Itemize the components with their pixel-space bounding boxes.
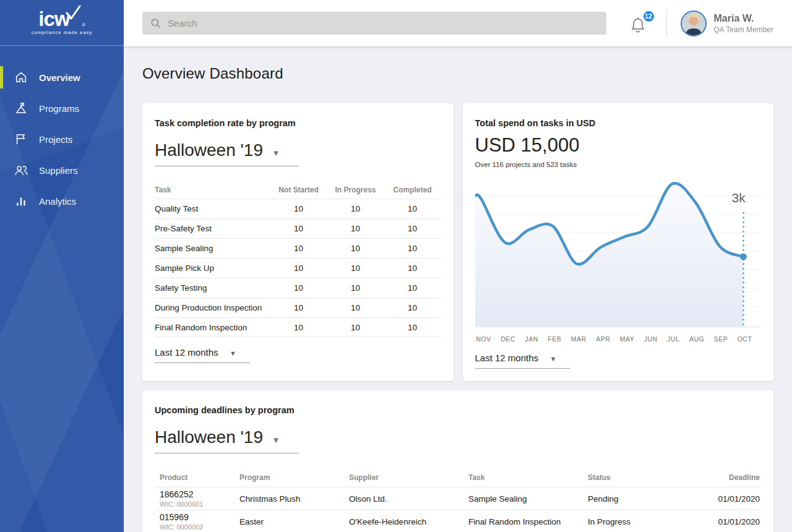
logo-tagline: compliance made easy xyxy=(32,30,93,35)
program-cell: Easter xyxy=(239,517,349,526)
task-count: 10 xyxy=(384,244,441,253)
status-cell: In Progress xyxy=(588,517,705,526)
checkmark-icon xyxy=(65,5,81,24)
topbar-divider xyxy=(666,10,667,37)
month-tick-label: AUG xyxy=(689,335,704,343)
task-count: 10 xyxy=(270,204,327,213)
spend-line-chart xyxy=(475,177,761,327)
column-header: Not Started xyxy=(270,186,327,194)
month-tick-label: JUL xyxy=(667,335,679,343)
search-icon xyxy=(150,17,161,29)
task-name: Safety Testing xyxy=(155,283,270,293)
task-completion-card: Task completion rate by program Hallowee… xyxy=(142,103,454,381)
task-row: Quality Test101010 xyxy=(155,199,441,218)
sidebar-item-projects[interactable]: Projects xyxy=(0,124,124,155)
task-count: 10 xyxy=(327,244,384,253)
user-name: Maria W. xyxy=(714,13,773,24)
sidebar-item-label: Overview xyxy=(39,72,80,83)
chart-annotation: 3k xyxy=(732,191,746,205)
period-select-value: Last 12 months xyxy=(155,347,218,358)
product-wic: WIC: 0000002 xyxy=(160,523,235,531)
chevron-down-icon: ▼ xyxy=(230,350,236,357)
program-select[interactable]: Halloween '19 ▼ xyxy=(155,427,299,453)
period-select-value: Last 12 months xyxy=(475,353,539,363)
product-cell: 1866252WIC: 0000001 xyxy=(155,490,239,508)
product-cell: 015969WIC: 0000002 xyxy=(155,513,239,531)
task-name: During Production Inspection xyxy=(155,303,270,312)
page-title: Overview Dashboard xyxy=(142,65,773,82)
notification-badge: 12 xyxy=(642,10,655,23)
chevron-down-icon: ▼ xyxy=(550,355,557,363)
month-tick-label: NOV xyxy=(476,335,491,343)
spend-chart: 3k NOVDECJANFEBMARAPRMAYJUNJULAUGSEPOCT xyxy=(475,177,761,343)
sidebar: icw ® compliance made easy Overview Prog… xyxy=(0,0,124,532)
task-count: 10 xyxy=(327,323,384,332)
deadlines-table-header: ProductProgramSupplierTaskStatusDeadline xyxy=(155,468,761,487)
task-row: Sample Pick Up101010 xyxy=(155,258,441,278)
deadlines-table: ProductProgramSupplierTaskStatusDeadline… xyxy=(155,468,761,532)
column-header: In Progress xyxy=(327,186,384,194)
task-count: 10 xyxy=(384,264,441,273)
main-content: Overview Dashboard Task completion rate … xyxy=(124,46,792,532)
sidebar-item-label: Suppliers xyxy=(39,165,78,176)
task-count: 10 xyxy=(270,244,327,253)
column-header: Product xyxy=(155,473,239,482)
task-count: 10 xyxy=(384,283,441,293)
task-row: Sample Sealing101010 xyxy=(155,238,441,258)
program-select[interactable]: Halloween '19 ▼ xyxy=(155,140,299,166)
sidebar-item-overview[interactable]: Overview xyxy=(0,62,124,93)
task-row: Final Random Inspection101010 xyxy=(155,317,441,337)
supplier-cell: O'Keefe-Heidenreich xyxy=(349,517,468,526)
bar-chart-icon xyxy=(14,194,28,208)
task-count: 10 xyxy=(327,224,384,233)
task-table-header: TaskNot StartedIn ProgressCompleted xyxy=(155,181,441,199)
deadlines-card: Upcoming deadlines by program Halloween … xyxy=(142,390,773,532)
task-row: Pre-Safety Test101010 xyxy=(155,218,441,238)
month-tick-label: JAN xyxy=(525,335,538,343)
task-row: During Production Inspection101010 xyxy=(155,298,441,317)
column-header: Task xyxy=(468,473,588,482)
deadline-row: 1866252WIC: 0000001Christmas PlushOlson … xyxy=(155,487,761,510)
task-name: Sample Pick Up xyxy=(155,264,270,273)
month-tick-label: APR xyxy=(596,335,610,343)
month-tick-label: SEP xyxy=(714,335,728,343)
month-tick-label: FEB xyxy=(548,335,561,343)
deadline-cell: 01/01/2020 xyxy=(705,494,761,504)
column-header: Task xyxy=(155,186,270,194)
people-icon xyxy=(14,163,28,178)
deadline-cell: 01/01/2020 xyxy=(705,517,761,526)
user-menu[interactable]: Maria W. QA Team Member xyxy=(681,11,773,36)
column-header: Deadline xyxy=(705,473,761,482)
task-count: 10 xyxy=(270,283,327,293)
sidebar-item-suppliers[interactable]: Suppliers xyxy=(0,155,124,186)
logo-block[interactable]: icw ® compliance made easy xyxy=(0,0,124,46)
flag-icon xyxy=(14,132,28,147)
period-select[interactable]: Last 12 months ▼ xyxy=(155,347,250,363)
total-spend-amount: USD 15,000 xyxy=(475,134,762,157)
status-cell: Pending xyxy=(588,494,705,504)
task-count: 10 xyxy=(384,323,441,332)
task-count: 10 xyxy=(327,283,384,293)
column-header: Status xyxy=(588,473,705,482)
notifications-button[interactable]: 12 xyxy=(629,12,650,35)
registered-mark: ® xyxy=(82,23,85,27)
task-count: 10 xyxy=(384,303,441,312)
period-select[interactable]: Last 12 months ▼ xyxy=(475,353,570,369)
month-tick-label: MAY xyxy=(620,335,634,343)
sidebar-item-programs[interactable]: Programs xyxy=(0,93,124,124)
task-count: 10 xyxy=(270,264,327,273)
user-role: QA Team Member xyxy=(714,25,773,34)
sidebar-item-analytics[interactable]: Analytics xyxy=(0,186,124,217)
task-cell: Final Random Inspection xyxy=(468,517,588,526)
month-tick-label: OCT xyxy=(738,335,752,343)
sidebar-item-label: Analytics xyxy=(39,196,76,207)
search-input[interactable] xyxy=(168,18,599,28)
product-wic: WIC: 0000001 xyxy=(160,500,235,508)
search-box[interactable] xyxy=(142,12,606,35)
total-spend-subtitle: Over 116 projects and 523 tasks xyxy=(475,161,762,168)
sidebar-item-label: Projects xyxy=(39,134,72,145)
task-row: Safety Testing101010 xyxy=(155,278,441,298)
task-table: TaskNot StartedIn ProgressCompleted Qual… xyxy=(155,181,441,337)
month-tick-label: DEC xyxy=(501,335,515,343)
column-header: Program xyxy=(239,473,349,482)
